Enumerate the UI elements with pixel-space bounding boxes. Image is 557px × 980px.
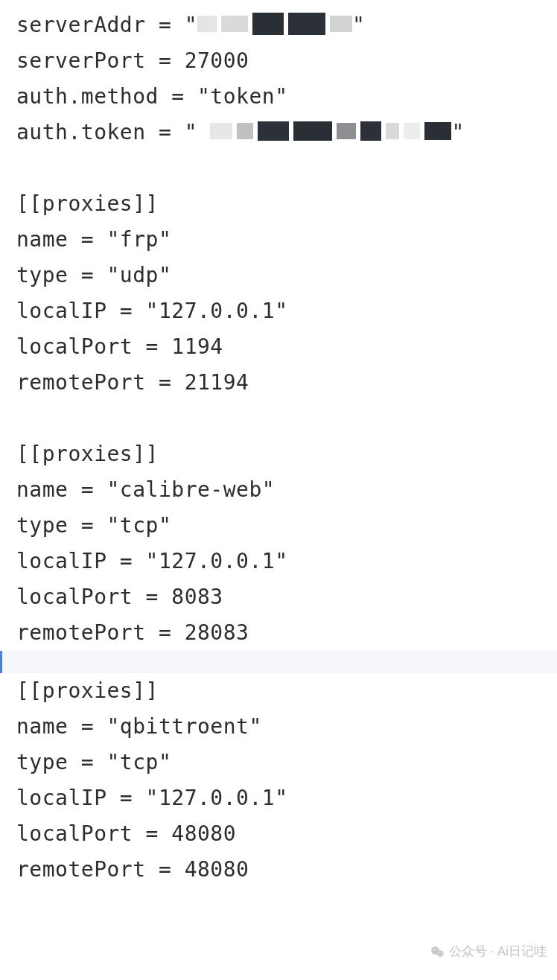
wechat-icon bbox=[430, 944, 445, 959]
proxies-header-2: [[proxies]] bbox=[16, 436, 557, 472]
blank-line bbox=[16, 150, 557, 186]
proxy-2-remoteport: remotePort = 28083 bbox=[16, 615, 557, 651]
proxy-1-remoteport: remotePort = 21194 bbox=[16, 365, 557, 401]
cursor-line-highlight bbox=[0, 651, 557, 673]
proxy-2-localport: localPort = 8083 bbox=[16, 579, 557, 615]
cfg-auth-method: auth.method = "token" bbox=[16, 79, 557, 115]
redacted-auth-token bbox=[210, 121, 451, 141]
svg-point-4 bbox=[439, 952, 439, 953]
proxy-1-localip: localIP = "127.0.0.1" bbox=[16, 293, 557, 329]
proxy-3-remoteport: remotePort = 48080 bbox=[16, 852, 557, 888]
proxy-2-localip: localIP = "127.0.0.1" bbox=[16, 544, 557, 579]
cfg-auth-token: auth.token = " " bbox=[16, 115, 557, 150]
proxy-1-localport: localPort = 1194 bbox=[16, 329, 557, 365]
proxy-2-type: type = "tcp" bbox=[16, 508, 557, 544]
proxies-header-3: [[proxies]] bbox=[16, 673, 557, 709]
proxy-1-name: name = "frp" bbox=[16, 222, 557, 258]
svg-point-1 bbox=[437, 950, 444, 957]
redacted-server-addr bbox=[197, 13, 352, 35]
proxy-3-name: name = "qbittroent" bbox=[16, 709, 557, 745]
svg-point-2 bbox=[433, 949, 435, 950]
proxy-1-type: type = "udp" bbox=[16, 258, 557, 293]
proxy-3-localport: localPort = 48080 bbox=[16, 816, 557, 852]
proxy-2-name: name = "calibre-web" bbox=[16, 472, 557, 508]
proxy-3-localip: localIP = "127.0.0.1" bbox=[16, 780, 557, 816]
blank-line bbox=[16, 401, 557, 436]
proxies-header-1: [[proxies]] bbox=[16, 186, 557, 222]
cfg-server-addr: serverAddr = "" bbox=[16, 7, 557, 43]
svg-point-5 bbox=[441, 952, 442, 953]
watermark-text: 公众号 · Ai日记哇 bbox=[449, 934, 547, 970]
watermark: 公众号 · Ai日记哇 bbox=[430, 934, 547, 970]
svg-point-3 bbox=[436, 949, 437, 950]
proxy-3-type: type = "tcp" bbox=[16, 745, 557, 780]
cfg-server-port: serverPort = 27000 bbox=[16, 43, 557, 79]
